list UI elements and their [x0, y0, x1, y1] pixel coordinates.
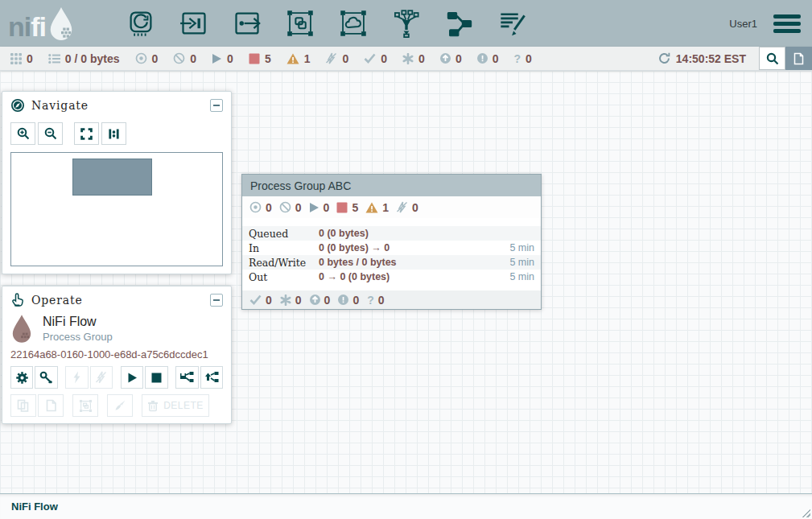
logo-text-fi: fi [31, 11, 46, 42]
upload-template-icon [204, 371, 219, 384]
group-button [72, 394, 98, 417]
processor-icon[interactable] [126, 8, 156, 39]
pg-not-transmitting-stat: 0 [279, 201, 302, 214]
paste-button [38, 394, 64, 417]
key-icon [39, 371, 53, 385]
zoom-out-button[interactable] [38, 122, 63, 145]
flow-settings-button[interactable] [785, 47, 812, 70]
pg-row-read-write: Read/Write 0 bytes / 0 bytes 5 min [242, 255, 541, 270]
trash-icon [147, 400, 159, 412]
flow-drop-icon [10, 314, 33, 343]
selected-component-id: 22164a68-0160-1000-e68d-a75c6dccdec1 [10, 348, 223, 360]
process-group-icon[interactable] [285, 8, 315, 39]
stale-icon [440, 53, 451, 64]
nifi-logo: nifi [0, 6, 97, 40]
operate-buttons-row-2: DELETE [10, 394, 223, 417]
zoom-in-button[interactable] [10, 122, 35, 145]
pg-row-in: In 0 (0 bytes) → 0 5 min [242, 241, 541, 255]
not-transmitting-stat: 0 [173, 52, 196, 65]
pg-locally-modified-stale-stat: 0 [338, 294, 359, 307]
upload-template-button[interactable] [200, 366, 223, 389]
disabled-stat: 0 [325, 52, 348, 65]
running-icon [309, 202, 319, 213]
zoom-actual-size-button[interactable] [101, 122, 126, 145]
configure-button[interactable] [10, 366, 33, 389]
navigate-panel: Navigate [2, 91, 232, 274]
search-icon [766, 52, 779, 65]
stopped-icon [249, 53, 260, 64]
copy-button [10, 394, 36, 417]
lightning-slash-icon [95, 371, 107, 384]
operate-header: Operate [2, 286, 231, 312]
not-transmitting-icon [173, 52, 185, 64]
delete-button: DELETE [142, 394, 209, 417]
component-toolbar [126, 8, 528, 39]
header-right: User1 [729, 11, 812, 36]
zoom-fit-button[interactable] [74, 122, 99, 145]
stale-icon [310, 295, 320, 305]
birdseye-outline[interactable] [10, 152, 223, 266]
refresh-button[interactable]: 14:50:52 EST [658, 47, 759, 70]
process-group-stats: 0 0 0 5 [242, 196, 541, 218]
up-to-date-icon [364, 53, 376, 64]
disable-button [90, 366, 113, 389]
note-icon [793, 52, 805, 65]
search-button[interactable] [759, 47, 785, 70]
navigate-header: Navigate [2, 92, 231, 117]
transmitting-icon [135, 52, 147, 64]
remote-process-group-icon[interactable] [338, 8, 369, 39]
pg-stopped-stat: 5 [336, 201, 358, 214]
breadcrumb-bar: NiFi Flow [0, 493, 812, 519]
pg-sync-failure-stat: ? 0 [367, 294, 384, 307]
status-bar: 0 0 / 0 bytes 0 [0, 47, 812, 71]
invalid-icon [286, 53, 299, 64]
global-menu-button[interactable] [772, 11, 802, 36]
input-port-icon[interactable] [179, 8, 209, 39]
start-button[interactable] [121, 366, 143, 389]
birdseye-viewport-rect[interactable] [72, 159, 152, 196]
refresh-icon [658, 52, 670, 64]
navigate-toolbar [10, 122, 231, 145]
operate-buttons-row-1 [10, 366, 223, 389]
sync-failure-icon: ? [367, 295, 374, 306]
invalid-icon [365, 202, 378, 213]
enable-button [65, 366, 88, 389]
nifi-window: nifi [0, 0, 812, 519]
pg-locally-modified-stat: 0 [280, 294, 302, 307]
navigate-collapse-button[interactable] [210, 99, 223, 112]
access-policies-button[interactable] [35, 366, 57, 389]
logo-text-ni: ni [8, 11, 31, 42]
locally-modified-icon [280, 295, 291, 306]
operate-title: Operate [31, 294, 83, 307]
locally-modified-icon [402, 53, 414, 64]
save-template-button[interactable] [175, 366, 198, 389]
pg-invalid-stat: 1 [365, 201, 389, 214]
pg-row-out: Out 0 → 0 (0 bytes) 5 min [242, 270, 541, 284]
locally-modified-stale-icon [477, 53, 488, 64]
running-stat: 0 [212, 52, 233, 65]
invalid-stat: 1 [286, 52, 311, 65]
stale-stat: 0 [440, 52, 462, 65]
play-icon [126, 372, 138, 384]
queued-stat: 0 / 0 bytes [48, 52, 120, 65]
current-user-label: User1 [729, 18, 757, 30]
group-selection-icon [79, 399, 93, 413]
sync-failure-stat: ? 0 [513, 52, 531, 65]
status-bar-right: 14:50:52 EST [658, 47, 812, 70]
output-port-icon[interactable] [232, 8, 262, 39]
active-threads-stat: 0 [10, 52, 33, 65]
breadcrumb-root-link[interactable]: NiFi Flow [11, 500, 58, 513]
breadcrumb-resize-handle[interactable] [802, 509, 810, 517]
running-icon [212, 53, 222, 64]
operate-collapse-button[interactable] [210, 294, 223, 307]
process-group-component[interactable]: Process Group ABC 0 0 0 [241, 174, 542, 310]
delete-button-label: DELETE [163, 400, 204, 411]
not-transmitting-icon [279, 201, 291, 213]
label-icon[interactable] [497, 8, 528, 39]
funnel-icon[interactable] [391, 8, 422, 39]
stop-button[interactable] [145, 366, 167, 389]
stopped-icon [336, 202, 348, 213]
transmitting-stat: 0 [135, 52, 159, 65]
template-icon[interactable] [444, 8, 475, 39]
disabled-icon [325, 52, 337, 64]
